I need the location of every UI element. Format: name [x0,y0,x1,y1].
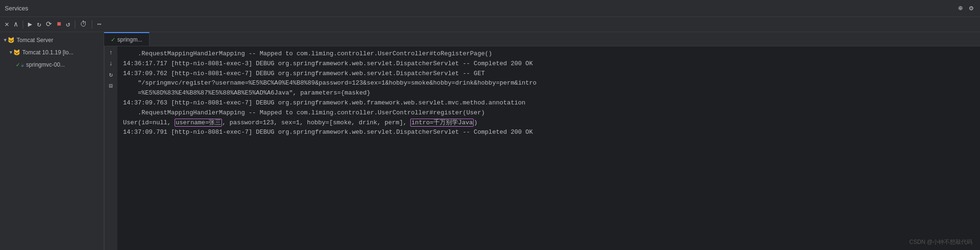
add-window-icon[interactable]: ⊕ [956,3,964,14]
tab-label: springm... [117,36,142,43]
tab-bar: ✓ springm... [104,32,980,46]
log-line-5: =%E5%8D%83%E4%B8%87%E5%88%AB%E5%AD%A6Jav… [123,88,974,98]
scroll-down-icon[interactable]: ↓ [107,59,115,68]
stop-icon[interactable]: ■ [55,19,63,29]
watermark-text: CSDN @小钟不想敲代码 [909,239,972,245]
tab-springmvc[interactable]: ✓ springm... [104,32,150,46]
tab-check-icon: ✓ [111,36,115,43]
side-actions: ↑ ↓ ↻ ⊡ [104,46,117,250]
highlight-prefix: User(id=null, [123,119,175,126]
tomcat-server-icon: 🐱 [8,37,15,44]
toolbar: ✕ ∧ ▶ ↻ ⟳ ■ ↺ ⏱ ⋯ [0,17,980,32]
highlight-middle: , password=123, sex=1, hobby=[smoke, dri… [222,119,410,126]
collapse-icon[interactable]: ∧ [12,19,20,30]
header-right-icons: ⊕ ⚙ [956,3,975,14]
log-line-7: .RequestMappingHandlerMapping -- Mapped … [123,108,974,118]
highlight-username: username=张三 [175,119,222,127]
log-line-highlight: User(id=null, username=张三, password=123,… [123,118,974,128]
toolbar-separator-1 [23,20,23,29]
services-header: Services ⊕ ⚙ [0,0,980,17]
tab-log-area: ✓ springm... ↑ ↓ ↻ ⊡ .RequestMappingHand… [104,32,980,250]
check-icon: ✓ [16,61,20,69]
log-line-4: "/springmvc/register?username=%E5%BC%A0%… [123,78,974,88]
services-title: Services [5,5,28,12]
sidebar: ▼ 🐱 Tomcat Server ▼ 🐱 Tomcat 10.1.19 [lo… [0,32,104,250]
log-line-6: 14:37:09.763 [http-nio-8081-exec-7] DEBU… [123,98,974,108]
more-icon[interactable]: ⋯ [95,19,103,30]
tomcat-instance-icon: 🐱 [13,49,20,56]
scroll-up-icon[interactable]: ↑ [107,48,115,57]
toolbar-separator-3 [92,20,92,29]
sidebar-item-tomcat-instance[interactable]: ▼ 🐱 Tomcat 10.1.19 [lo... [0,46,104,59]
main-area: ▼ 🐱 Tomcat Server ▼ 🐱 Tomcat 10.1.19 [lo… [0,32,980,250]
expand-arrow-2-icon: ▼ [9,50,12,55]
springmvc-icon: ☕ [21,61,24,69]
rerun-icon[interactable]: ↻ [35,19,43,30]
log-line-8: 14:37:09.791 [http-nio-8081-exec-7] DEBU… [123,128,974,138]
tomcat-instance-label: Tomcat 10.1.19 [lo... [22,49,73,56]
log-line-1: .RequestMappingHandlerMapping -- Mapped … [123,49,974,59]
rerun-alt-icon[interactable]: ⟳ [44,19,54,30]
tomcat-server-label: Tomcat Server [17,37,53,43]
timer-icon[interactable]: ⏱ [78,19,89,30]
highlight-intro: intro=千万别学Java [410,119,474,127]
expand-arrow-icon: ▼ [4,38,7,43]
highlight-suffix: ) [474,119,477,126]
watermark: CSDN @小钟不想敲代码 [909,238,972,246]
monitor-icon[interactable]: ⊡ [107,81,115,91]
springmvc-label: springmvc-00... [26,61,65,68]
toolbar-separator-2 [75,20,75,29]
log-content[interactable]: .RequestMappingHandlerMapping -- Mapped … [117,46,980,250]
log-area: ↑ ↓ ↻ ⊡ .RequestMappingHandlerMapping --… [104,46,980,250]
restart-icon[interactable]: ↺ [64,19,72,30]
refresh-log-icon[interactable]: ↻ [107,70,115,79]
sidebar-item-tomcat-server[interactable]: ▼ 🐱 Tomcat Server [0,34,104,46]
log-line-3: 14:37:09.762 [http-nio-8081-exec-7] DEBU… [123,69,974,79]
close-icon[interactable]: ✕ [3,19,11,30]
log-line-2: 14:36:17.717 [http-nio-8081-exec-3] DEBU… [123,59,974,69]
sidebar-item-springmvc[interactable]: ✓ ☕ springmvc-00... [0,59,104,71]
run-icon[interactable]: ▶ [26,19,34,30]
settings-icon[interactable]: ⚙ [967,3,975,14]
